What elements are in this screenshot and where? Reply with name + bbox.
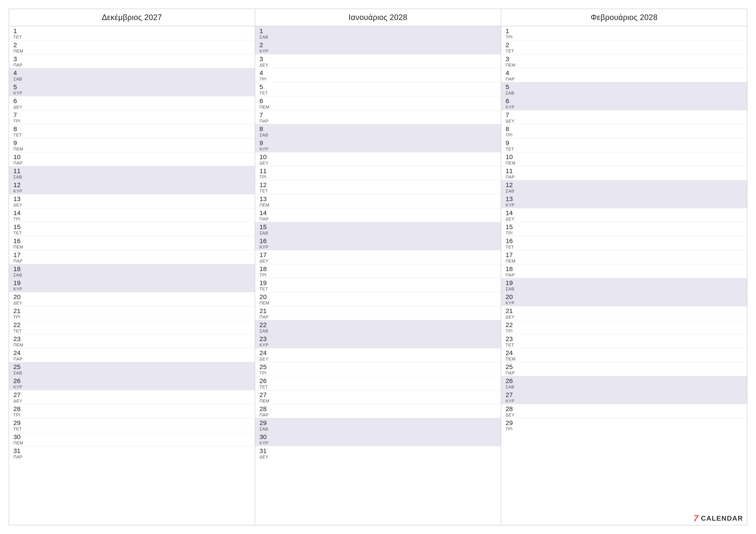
day-name: ΠΑΡ xyxy=(14,357,251,361)
day-row: 26ΤΕΤ xyxy=(255,376,501,390)
day-number: 19 xyxy=(505,279,742,287)
day-number: 12 xyxy=(259,181,497,189)
day-row: 5ΤΕΤ xyxy=(255,82,501,96)
day-name: ΣΑΒ xyxy=(259,427,497,431)
day-number: 16 xyxy=(259,237,497,245)
day-name: ΤΡΙ xyxy=(505,231,742,235)
day-number: 9 xyxy=(14,139,251,147)
watermark: 7 CALENDAR xyxy=(693,514,743,523)
day-name: ΚΥΡ xyxy=(14,287,251,291)
day-number: 21 xyxy=(14,307,251,315)
day-row: 21ΠΑΡ xyxy=(255,306,501,320)
day-number: 30 xyxy=(14,433,251,441)
day-name: ΤΡΙ xyxy=(14,413,251,417)
day-number: 20 xyxy=(505,293,742,301)
day-name: ΠΕΜ xyxy=(259,399,497,403)
month-col-0: Δεκέμβριος 20271ΤΕΤ2ΠΕΜ3ΠΑΡ4ΣΑΒ5ΚΥΡ6ΔΕΥ7… xyxy=(9,9,255,525)
day-name: ΣΑΒ xyxy=(505,385,742,389)
day-name: ΔΕΥ xyxy=(14,203,251,207)
day-row: 19ΚΥΡ xyxy=(9,278,255,292)
day-row: 8ΣΑΒ xyxy=(255,124,501,138)
seven-logo: 7 xyxy=(693,514,698,523)
day-name: ΚΥΡ xyxy=(14,91,251,95)
day-row: 16ΚΥΡ xyxy=(255,236,501,250)
day-number: 7 xyxy=(505,111,742,119)
day-row: 22ΤΡΙ xyxy=(501,320,747,334)
day-name: ΔΕΥ xyxy=(259,161,497,165)
day-number: 27 xyxy=(259,391,497,399)
day-row: 23ΚΥΡ xyxy=(255,334,501,348)
day-row: 26ΣΑΒ xyxy=(501,376,747,390)
day-row: 13ΚΥΡ xyxy=(501,194,747,208)
day-name: ΠΕΜ xyxy=(14,147,251,151)
day-name: ΠΕΜ xyxy=(505,161,742,165)
day-number: 25 xyxy=(259,363,497,371)
day-number: 6 xyxy=(259,97,497,105)
day-number: 15 xyxy=(505,223,742,231)
day-name: ΤΡΙ xyxy=(14,315,251,319)
day-row: 26ΚΥΡ xyxy=(9,376,255,390)
day-number: 12 xyxy=(505,181,742,189)
day-name: ΣΑΒ xyxy=(14,371,251,375)
day-row: 3ΠΕΜ xyxy=(501,54,747,68)
day-row: 7ΤΡΙ xyxy=(9,110,255,124)
day-name: ΠΕΜ xyxy=(259,301,497,305)
day-row: 20ΔΕΥ xyxy=(9,292,255,306)
day-row: 7ΠΑΡ xyxy=(255,110,501,124)
day-row: 17ΠΑΡ xyxy=(9,250,255,264)
day-row: 29ΤΕΤ xyxy=(9,418,255,432)
day-row: 14ΔΕΥ xyxy=(501,208,747,222)
day-row: 14ΠΑΡ xyxy=(255,208,501,222)
day-number: 28 xyxy=(505,405,742,413)
day-row: 4ΠΑΡ xyxy=(501,68,747,82)
day-number: 21 xyxy=(505,307,742,315)
day-number: 14 xyxy=(259,209,497,217)
day-name: ΣΑΒ xyxy=(505,287,742,291)
day-number: 13 xyxy=(14,195,251,203)
day-number: 5 xyxy=(14,83,251,91)
day-number: 26 xyxy=(505,377,742,385)
day-number: 7 xyxy=(14,111,251,119)
day-number: 6 xyxy=(505,97,742,105)
day-row: 9ΠΕΜ xyxy=(9,138,255,152)
day-number: 21 xyxy=(259,307,497,315)
day-name: ΠΑΡ xyxy=(14,161,251,165)
day-name: ΠΕΜ xyxy=(505,357,742,361)
day-number: 25 xyxy=(505,363,742,371)
day-name: ΤΡΙ xyxy=(259,175,497,179)
day-name: ΤΡΙ xyxy=(14,119,251,123)
day-row: 5ΣΑΒ xyxy=(501,82,747,96)
day-name: ΠΑΡ xyxy=(259,315,497,319)
day-row: 31ΠΑΡ xyxy=(9,446,255,460)
day-row: 4ΤΡΙ xyxy=(255,68,501,82)
calendar-container: Δεκέμβριος 20271ΤΕΤ2ΠΕΜ3ΠΑΡ4ΣΑΒ5ΚΥΡ6ΔΕΥ7… xyxy=(0,0,756,534)
day-name: ΣΑΒ xyxy=(259,231,497,235)
day-name: ΤΕΤ xyxy=(259,91,497,95)
day-number: 11 xyxy=(14,167,251,175)
day-number: 18 xyxy=(259,265,497,273)
day-number: 24 xyxy=(259,349,497,357)
day-name: ΠΕΜ xyxy=(259,105,497,109)
day-name: ΤΡΙ xyxy=(259,273,497,277)
day-name: ΤΡΙ xyxy=(259,371,497,375)
day-row: 12ΣΑΒ xyxy=(501,180,747,194)
day-name: ΔΕΥ xyxy=(505,119,742,123)
day-number: 14 xyxy=(505,209,742,217)
day-row: 15ΤΕΤ xyxy=(9,222,255,236)
day-number: 4 xyxy=(14,69,251,77)
day-row: 18ΣΑΒ xyxy=(9,264,255,278)
day-number: 28 xyxy=(14,405,251,413)
day-number: 17 xyxy=(259,251,497,259)
day-row: 3ΠΑΡ xyxy=(9,54,255,68)
day-row: 8ΤΕΤ xyxy=(9,124,255,138)
day-number: 4 xyxy=(505,69,742,77)
day-row: 16ΤΕΤ xyxy=(501,236,747,250)
day-row: 18ΤΡΙ xyxy=(255,264,501,278)
day-row: 24ΔΕΥ xyxy=(255,348,501,362)
day-name: ΠΑΡ xyxy=(259,217,497,221)
day-name: ΔΕΥ xyxy=(259,63,497,67)
day-row: 2ΚΥΡ xyxy=(255,40,501,54)
day-number: 24 xyxy=(505,349,742,357)
day-number: 1 xyxy=(505,27,742,35)
day-number: 31 xyxy=(14,447,251,455)
